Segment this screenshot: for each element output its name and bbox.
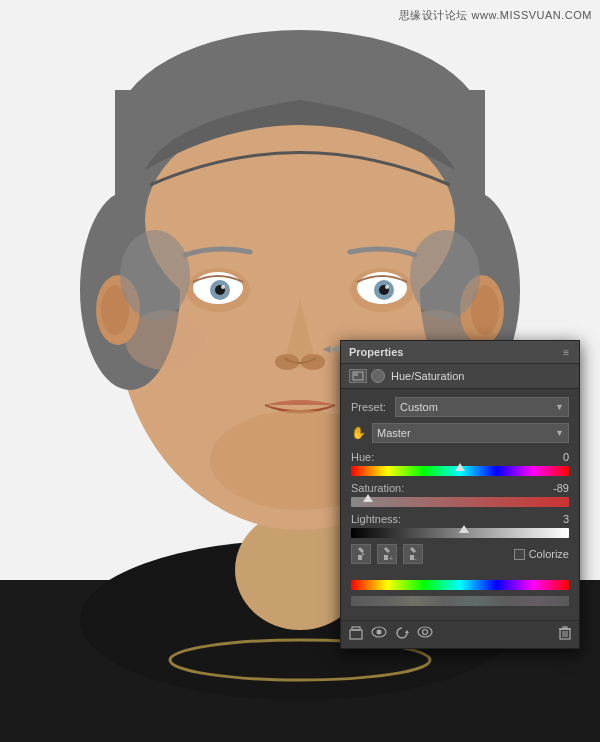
eyedropper-btn[interactable] xyxy=(351,544,371,564)
lightness-label-row: Lightness: 3 xyxy=(351,513,569,525)
panel-menu-btn[interactable]: ≡ xyxy=(561,347,571,358)
preset-label: Preset: xyxy=(351,401,389,413)
svg-rect-44 xyxy=(350,630,362,639)
eyedropper-subtract-icon: - xyxy=(407,547,419,561)
spectrum-bar-modified xyxy=(351,596,569,606)
adjustment-icon xyxy=(371,369,385,383)
hue-value: 0 xyxy=(563,451,569,463)
lightness-section: Lightness: 3 xyxy=(351,513,569,538)
panel-controls: ≡ xyxy=(561,347,571,358)
svg-line-37 xyxy=(362,553,364,555)
saturation-section: Saturation: -89 xyxy=(351,482,569,507)
eyedropper-icon xyxy=(355,547,367,561)
colorize-checkbox[interactable] xyxy=(514,549,525,560)
visibility-icon[interactable] xyxy=(417,626,433,643)
saturation-slider-track[interactable] xyxy=(351,497,569,507)
saturation-slider-thumb[interactable] xyxy=(363,494,373,502)
panel-title: Properties xyxy=(349,346,403,358)
channel-dropdown-arrow: ▼ xyxy=(555,428,564,438)
hue-label-row: Hue: 0 xyxy=(351,451,569,463)
eyedropper-subtract-btn[interactable]: - xyxy=(403,544,423,564)
svg-rect-53 xyxy=(563,627,567,629)
layer-type-icons xyxy=(349,369,385,383)
spectrum-bar-top xyxy=(351,580,569,590)
lightness-slider-thumb[interactable] xyxy=(459,525,469,533)
colorize-row: Colorize xyxy=(514,548,569,560)
svg-marker-48 xyxy=(405,630,409,633)
watermark: 思缘设计论坛 www.MISSVUAN.COM xyxy=(399,8,592,23)
hue-section: Hue: 0 xyxy=(351,451,569,476)
preset-dropdown[interactable]: Custom ▼ xyxy=(395,397,569,417)
spectrum-section xyxy=(351,580,569,606)
hue-slider-track[interactable] xyxy=(351,466,569,476)
hue-label: Hue: xyxy=(351,451,374,463)
svg-marker-36 xyxy=(358,547,364,553)
svg-point-20 xyxy=(221,285,225,289)
lightness-label: Lightness: xyxy=(351,513,401,525)
footer-icons xyxy=(349,626,433,643)
svg-point-31 xyxy=(120,230,190,320)
svg-rect-38 xyxy=(384,555,388,560)
hue-slider-thumb[interactable] xyxy=(455,463,465,471)
svg-marker-39 xyxy=(384,547,390,553)
eyedropper-row: + - xyxy=(351,544,423,564)
layer-icon xyxy=(349,369,367,383)
svg-point-50 xyxy=(423,630,428,635)
svg-point-49 xyxy=(418,627,432,637)
svg-point-21 xyxy=(385,285,389,289)
panel-subheader: Hue/Saturation xyxy=(341,364,579,389)
panel-collapse-arrows[interactable]: ◀◀ xyxy=(323,343,339,354)
saturation-label: Saturation: xyxy=(351,482,404,494)
preset-value: Custom xyxy=(400,401,438,413)
svg-point-32 xyxy=(410,230,480,320)
svg-rect-35 xyxy=(358,555,362,560)
target-hand-icon[interactable]: ✋ xyxy=(351,426,366,440)
colorize-label: Colorize xyxy=(529,548,569,560)
eye-icon[interactable] xyxy=(371,626,387,643)
svg-rect-45 xyxy=(352,627,360,630)
create-layer-icon[interactable] xyxy=(349,626,363,643)
lightness-slider-track[interactable] xyxy=(351,528,569,538)
delete-icon[interactable] xyxy=(559,626,571,643)
eyedropper-add-btn[interactable]: + xyxy=(377,544,397,564)
channel-row: ✋ Master ▼ xyxy=(351,423,569,443)
channel-dropdown[interactable]: Master ▼ xyxy=(372,423,569,443)
reset-icon[interactable] xyxy=(395,626,409,643)
panel-header: Properties ≡ xyxy=(341,341,579,364)
svg-rect-34 xyxy=(353,372,358,376)
adjustment-type-label: Hue/Saturation xyxy=(391,370,464,382)
channel-value: Master xyxy=(377,427,411,439)
svg-marker-42 xyxy=(410,547,416,553)
eyedropper-add-icon: + xyxy=(381,547,393,561)
svg-point-47 xyxy=(377,630,382,635)
svg-text:+: + xyxy=(389,555,393,561)
panel-body: Preset: Custom ▼ ✋ Master ▼ Hue: 0 xyxy=(341,389,579,620)
properties-panel: Properties ≡ Hue/Saturation Preset: Cust… xyxy=(340,340,580,649)
svg-text:-: - xyxy=(414,554,417,561)
preset-row: Preset: Custom ▼ xyxy=(351,397,569,417)
saturation-value: -89 xyxy=(553,482,569,494)
preset-dropdown-arrow: ▼ xyxy=(555,402,564,412)
panel-footer xyxy=(341,620,579,648)
saturation-label-row: Saturation: -89 xyxy=(351,482,569,494)
saturation-track-bar xyxy=(351,497,569,507)
lightness-value: 3 xyxy=(563,513,569,525)
